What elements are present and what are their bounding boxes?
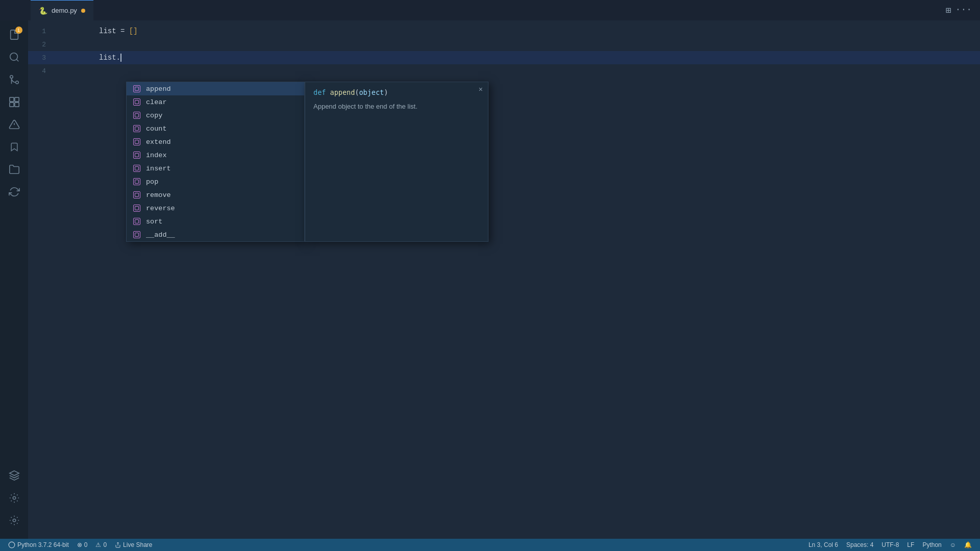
status-bell[interactable]: 🔔: [964, 541, 972, 548]
text-cursor: [120, 54, 121, 62]
line-number-2: 2: [28, 41, 56, 48]
title-bar-actions: ⊞ ···: [946, 5, 980, 16]
method-icon-copy: [133, 111, 141, 119]
sidebar-item-settings[interactable]: [4, 510, 24, 531]
sidebar-item-folder[interactable]: [4, 159, 24, 180]
activity-bottom: [4, 465, 24, 535]
method-icon-pop: [133, 178, 141, 186]
status-line-ending[interactable]: LF: [907, 541, 914, 548]
doc-panel: × def append(object) Append object to th…: [305, 82, 488, 242]
svg-point-11: [13, 519, 16, 522]
autocomplete-item-copy[interactable]: copy: [127, 109, 304, 122]
status-bar-left: Python 3.7.2 64-bit ⊗ 0 ⚠ 0 Live Share: [8, 541, 152, 548]
status-language[interactable]: Python: [922, 541, 941, 548]
autocomplete-label-extend: extend: [146, 138, 171, 146]
doc-function-name: append: [330, 88, 355, 96]
doc-param: object: [359, 88, 384, 96]
autocomplete-container: append clear copy count: [126, 82, 488, 242]
autocomplete-item-pop[interactable]: pop: [127, 175, 304, 188]
code-line-4: 4: [28, 64, 980, 78]
main-layout: 1 list = [] 2 3 list. 4: [0, 20, 980, 539]
doc-keyword: def: [313, 88, 330, 96]
autocomplete-label-remove: remove: [146, 191, 171, 199]
method-icon-index: [133, 151, 141, 159]
method-icon-reverse: [133, 204, 141, 212]
status-smiley[interactable]: ☺: [950, 541, 956, 548]
sidebar-item-source-control[interactable]: [4, 69, 24, 90]
autocomplete-item-dunder-add[interactable]: __add__: [127, 228, 304, 241]
error-count: 0: [84, 541, 88, 548]
status-warnings[interactable]: ⚠ 0: [95, 541, 107, 548]
code-editor[interactable]: 1 list = [] 2 3 list. 4: [28, 20, 980, 539]
autocomplete-item-insert[interactable]: insert: [127, 162, 304, 175]
autocomplete-item-append[interactable]: append: [127, 82, 304, 95]
more-button[interactable]: ···: [955, 5, 972, 16]
title-bar: 🐍 demo.py ⊞ ···: [0, 0, 980, 20]
tab-modified-dot: [81, 9, 85, 13]
sidebar-item-bookmark[interactable]: [4, 137, 24, 157]
sidebar-item-search[interactable]: [4, 47, 24, 67]
status-python[interactable]: Python 3.7.2 64-bit: [8, 541, 69, 548]
autocomplete-label-sort: sort: [146, 218, 162, 226]
live-share-label: Live Share: [123, 541, 152, 548]
status-encoding[interactable]: UTF-8: [881, 541, 899, 548]
spaces-label: Spaces: 4: [846, 541, 873, 548]
sidebar-item-files[interactable]: [4, 24, 24, 45]
warnings-icon: ⚠: [95, 541, 101, 548]
method-icon-dunder-add: [133, 231, 141, 239]
line-number-4: 4: [28, 67, 56, 75]
autocomplete-list: append clear copy count: [126, 82, 305, 242]
file-icon: 🐍: [39, 7, 47, 15]
autocomplete-item-remove[interactable]: remove: [127, 188, 304, 202]
line-number-1: 1: [28, 28, 56, 35]
doc-description: Append object to the end of the list.: [313, 102, 480, 112]
status-spaces[interactable]: Spaces: 4: [846, 541, 873, 548]
svg-point-3: [10, 76, 13, 79]
svg-point-2: [15, 81, 18, 84]
line-content-1: list = []: [56, 20, 138, 43]
activity-bar: [0, 20, 28, 539]
autocomplete-item-extend[interactable]: extend: [127, 135, 304, 148]
svg-line-1: [16, 59, 18, 61]
autocomplete-label-clear: clear: [146, 98, 167, 106]
sidebar-item-paint[interactable]: [4, 465, 24, 486]
method-icon-count: [133, 124, 141, 133]
status-bar-right: Ln 3, Col 6 Spaces: 4 UTF-8 LF Python ☺ …: [808, 541, 972, 548]
autocomplete-item-count[interactable]: count: [127, 122, 304, 135]
status-bar: Python 3.7.2 64-bit ⊗ 0 ⚠ 0 Live Share L…: [0, 539, 980, 551]
method-icon-insert: [133, 164, 141, 172]
tab-filename: demo.py: [52, 7, 77, 14]
autocomplete-item-clear[interactable]: clear: [127, 95, 304, 109]
encoding-label: UTF-8: [881, 541, 899, 548]
autocomplete-label-append: append: [146, 85, 171, 93]
autocomplete-item-reverse[interactable]: reverse: [127, 202, 304, 215]
status-live-share[interactable]: Live Share: [115, 541, 152, 548]
editor-tab[interactable]: 🐍 demo.py: [31, 0, 93, 20]
autocomplete-item-sort[interactable]: sort: [127, 215, 304, 228]
cursor-position: Ln 3, Col 6: [808, 541, 838, 548]
code-line-1: 1 list = []: [28, 24, 980, 38]
sidebar-item-remote[interactable]: [4, 114, 24, 135]
status-position[interactable]: Ln 3, Col 6: [808, 541, 838, 548]
svg-rect-5: [14, 97, 18, 102]
live-share-icon: [115, 542, 121, 548]
line-ending-label: LF: [907, 541, 914, 548]
editor-area[interactable]: 1 list = [] 2 3 list. 4: [28, 20, 980, 539]
code-line-2: 2: [28, 38, 980, 51]
line-content-3: list.: [56, 45, 121, 70]
sidebar-item-tools[interactable]: [4, 488, 24, 508]
sidebar-item-updates[interactable]: [4, 182, 24, 202]
autocomplete-label-copy: copy: [146, 112, 162, 119]
method-icon-extend: [133, 138, 141, 146]
autocomplete-label-insert: insert: [146, 165, 171, 172]
doc-close-button[interactable]: ×: [479, 86, 483, 93]
sidebar-item-extensions[interactable]: [4, 92, 24, 112]
svg-rect-7: [14, 103, 18, 107]
svg-rect-4: [9, 97, 13, 102]
status-errors[interactable]: ⊗ 0: [77, 541, 88, 548]
layout-button[interactable]: ⊞: [946, 5, 951, 16]
autocomplete-item-index[interactable]: index: [127, 148, 304, 162]
autocomplete-label-pop: pop: [146, 178, 158, 186]
method-icon-clear: [133, 98, 141, 106]
method-icon-remove: [133, 191, 141, 199]
